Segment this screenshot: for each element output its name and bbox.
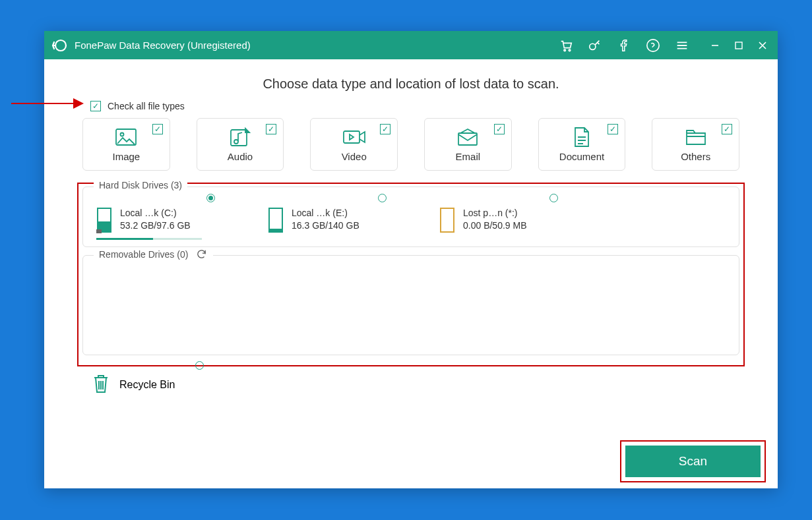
minimize-icon[interactable] xyxy=(709,40,721,51)
type-video[interactable]: ✓ Video xyxy=(310,118,398,171)
drive-e-radio[interactable] xyxy=(378,194,387,202)
drive-icon xyxy=(96,207,113,233)
scan-annotation-frame: Scan xyxy=(620,440,766,482)
type-others[interactable]: ✓ Others xyxy=(652,118,739,171)
logo-icon xyxy=(51,37,68,54)
drive-c-size: 53.2 GB/97.6 GB xyxy=(120,219,191,232)
key-icon[interactable] xyxy=(588,38,602,53)
type-email[interactable]: ✓ Email xyxy=(424,118,512,171)
svg-rect-5 xyxy=(735,42,742,49)
type-audio[interactable]: ✓ Audio xyxy=(197,118,284,171)
type-audio-label: Audio xyxy=(228,151,253,162)
title-bar: FonePaw Data Recovery (Unregistered) xyxy=(44,31,778,59)
type-document-checkbox[interactable]: ✓ xyxy=(608,124,618,134)
video-icon xyxy=(342,127,366,147)
svg-point-2 xyxy=(569,49,571,51)
content-area: Choose data type and location of lost da… xyxy=(44,59,778,413)
removable-empty xyxy=(96,275,726,341)
refresh-icon[interactable] xyxy=(196,248,208,260)
type-image[interactable]: ✓ Image xyxy=(82,118,170,171)
removable-group: Removable Drives (0) xyxy=(82,255,739,355)
hard-disk-legend: Hard Disk Drives (3) xyxy=(94,180,187,190)
svg-point-7 xyxy=(121,132,124,136)
close-icon[interactable] xyxy=(757,40,768,51)
drive-lost-size: 0.00 B/50.9 MB xyxy=(463,219,527,232)
image-icon xyxy=(115,127,137,147)
type-image-label: Image xyxy=(112,151,140,162)
type-others-checkbox[interactable]: ✓ xyxy=(722,124,732,134)
drive-lost-radio[interactable] xyxy=(549,194,558,202)
svg-point-1 xyxy=(564,49,566,51)
type-grid: ✓ Image ✓ Audio ✓ Video ✓ Email ✓ xyxy=(82,118,739,171)
recycle-bin-label: Recycle Bin xyxy=(119,379,175,391)
hard-disk-list: Local …k (C:) 53.2 GB/97.6 GB Local …k (… xyxy=(96,207,726,233)
type-email-checkbox[interactable]: ✓ xyxy=(494,124,505,134)
app-window: FonePaw Data Recovery (Unregistered) xyxy=(44,31,778,488)
drive-e[interactable]: Local …k (E:) 16.3 GB/140 GB xyxy=(268,207,400,233)
type-video-label: Video xyxy=(342,151,367,162)
drive-e-name: Local …k (E:) xyxy=(292,207,359,219)
svg-rect-10 xyxy=(344,131,359,143)
drive-c-radio[interactable] xyxy=(206,194,215,202)
drive-icon xyxy=(439,207,456,233)
type-document-label: Document xyxy=(559,151,604,162)
hard-disk-group: Hard Disk Drives (3) Local …k (C:) 53.2 … xyxy=(82,187,739,247)
drive-c[interactable]: Local …k (C:) 53.2 GB/97.6 GB xyxy=(96,207,228,233)
svg-rect-16 xyxy=(269,229,282,232)
drive-lost-name: Lost p…n (*:) xyxy=(463,207,527,219)
drive-c-name: Local …k (C:) xyxy=(120,207,191,219)
drives-annotation-frame: Hard Disk Drives (3) Local …k (C:) 53.2 … xyxy=(77,183,745,366)
facebook-icon[interactable] xyxy=(617,38,631,53)
type-document[interactable]: ✓ Document xyxy=(538,118,626,171)
window-controls xyxy=(709,40,768,51)
page-heading: Choose data type and location of lost da… xyxy=(82,76,739,92)
titlebar-actions xyxy=(559,38,768,53)
document-icon xyxy=(573,127,591,147)
svg-rect-17 xyxy=(441,208,454,232)
removable-legend: Removable Drives (0) xyxy=(94,248,213,260)
drive-e-size: 16.3 GB/140 GB xyxy=(292,219,359,232)
svg-rect-15 xyxy=(269,208,282,232)
recycle-bin-row[interactable]: Recycle Bin xyxy=(92,373,224,397)
svg-rect-14 xyxy=(96,229,102,233)
check-all-row[interactable]: ✓ Check all file types xyxy=(90,101,739,111)
svg-rect-8 xyxy=(231,130,247,146)
type-others-label: Others xyxy=(681,151,710,162)
drive-icon xyxy=(268,207,285,233)
others-icon xyxy=(685,127,707,147)
menu-icon[interactable] xyxy=(675,38,689,53)
recycle-bin-radio[interactable] xyxy=(195,361,204,370)
drive-lost[interactable]: Lost p…n (*:) 0.00 B/50.9 MB xyxy=(439,207,571,233)
cart-icon[interactable] xyxy=(559,38,573,53)
app-logo: FonePaw Data Recovery (Unregistered) xyxy=(51,37,251,54)
svg-point-0 xyxy=(55,40,66,51)
type-audio-checkbox[interactable]: ✓ xyxy=(266,124,276,134)
email-icon xyxy=(456,127,479,147)
app-title: FonePaw Data Recovery (Unregistered) xyxy=(75,40,251,51)
recycle-bin-icon xyxy=(92,373,110,397)
svg-point-4 xyxy=(647,39,659,51)
drive-c-usage xyxy=(96,238,202,240)
help-icon[interactable] xyxy=(646,38,660,53)
scan-button[interactable]: Scan xyxy=(625,446,761,477)
check-all-checkbox[interactable]: ✓ xyxy=(90,101,101,111)
type-video-checkbox[interactable]: ✓ xyxy=(380,124,390,134)
svg-rect-11 xyxy=(458,133,477,145)
audio-icon xyxy=(230,127,251,147)
check-all-label: Check all file types xyxy=(108,101,185,111)
type-email-label: Email xyxy=(456,151,481,162)
maximize-icon[interactable] xyxy=(733,40,745,51)
type-image-checkbox[interactable]: ✓ xyxy=(152,124,163,134)
